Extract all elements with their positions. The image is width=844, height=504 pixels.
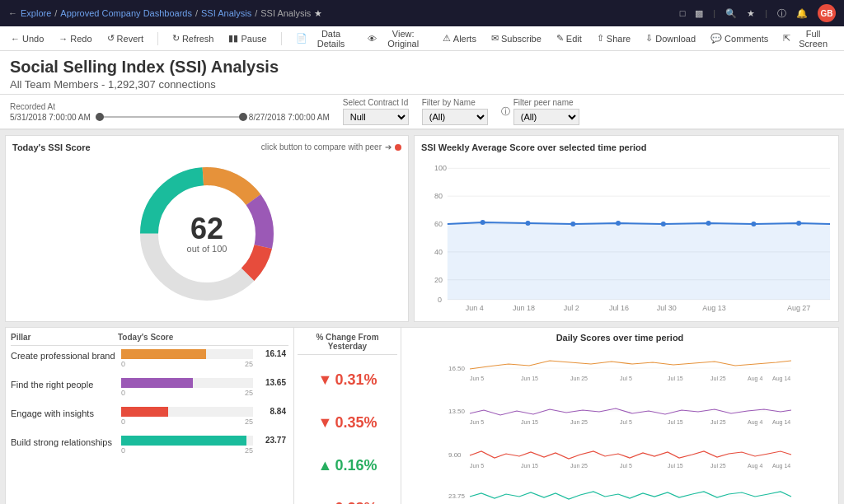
tablet-icon[interactable]: □ (680, 8, 686, 18)
svg-text:Jun 25: Jun 25 (570, 463, 588, 469)
svg-text:Jun 15: Jun 15 (521, 419, 538, 425)
svg-text:Jul 5: Jul 5 (620, 419, 632, 425)
bell-icon[interactable]: 🔔 (796, 8, 808, 19)
bar-relationships (121, 436, 246, 446)
pause-button[interactable]: ▮▮ Pause (224, 31, 270, 45)
svg-text:9.00: 9.00 (448, 451, 462, 459)
pillars-section: Pillar Today's Score Create professional… (6, 328, 294, 504)
svg-text:Jun 5: Jun 5 (470, 463, 484, 469)
separator2 (281, 32, 282, 45)
help-icon[interactable]: ⓘ (777, 7, 786, 20)
star-icon[interactable]: ★ (314, 8, 322, 19)
arrow-people (318, 414, 333, 432)
undo-button[interactable]: ← Undo (7, 32, 48, 45)
peer-info: click button to compare with peer ➔ (261, 142, 401, 152)
breadcrumb-current: SSI Analysis (260, 8, 311, 18)
slider-track[interactable] (96, 116, 244, 118)
slider-thumb-left[interactable] (96, 113, 104, 121)
search-icon[interactable]: 🔍 (725, 8, 737, 19)
subscribe-button[interactable]: ✉ Subscribe (487, 31, 546, 45)
ssi-score-value: 62 (190, 214, 223, 244)
svg-text:Jun 4: Jun 4 (466, 304, 484, 312)
breadcrumb: ← Explore / Approved Company Dashboards … (8, 8, 675, 19)
svg-text:80: 80 (434, 192, 443, 200)
alerts-button[interactable]: ⚠ Alerts (438, 31, 481, 45)
page-title: Social Selling Index (SSI) Analysis (10, 58, 834, 77)
svg-text:Jul 15: Jul 15 (668, 376, 683, 381)
bookmark-icon[interactable]: ▩ (695, 8, 703, 19)
svg-text:Jun 5: Jun 5 (470, 419, 484, 425)
download-button[interactable]: ⇩ Download (641, 31, 700, 45)
svg-text:Jun 25: Jun 25 (570, 376, 588, 381)
svg-text:0: 0 (438, 296, 442, 304)
score-insights: 8.84 (270, 407, 286, 416)
data-details-button[interactable]: 📄 Data Details (292, 27, 357, 50)
full-screen-button[interactable]: ⇱ Full Screen (779, 27, 837, 50)
chart-fill-area (448, 222, 830, 300)
favorite-icon[interactable]: ★ (747, 8, 755, 19)
bar-insights (121, 407, 168, 417)
contract-id-filter: Select Contract Id Null (343, 98, 409, 125)
daily-chart-svg: 16.50 Jun 5 Jun 15 Jun 25 Jul 5 Jul 15 J… (406, 346, 833, 504)
separator (157, 32, 158, 45)
daily-line-relationships (470, 492, 791, 499)
refresh-button[interactable]: ↻ Refresh (168, 31, 218, 45)
header-section: Social Selling Index (SSI) Analysis All … (0, 51, 844, 95)
score-relationships: 23.77 (265, 436, 286, 445)
change-header: % Change From Yesterday (298, 333, 397, 355)
slider-range (96, 116, 244, 118)
svg-text:Aug 14: Aug 14 (772, 463, 790, 469)
back-icon[interactable]: ← (8, 8, 17, 18)
filter-name-select[interactable]: (All) (422, 109, 488, 125)
comments-button[interactable]: 💬 Comments (706, 31, 772, 45)
slider-thumb-right[interactable] (239, 113, 247, 121)
bar-people (121, 378, 193, 388)
share-button[interactable]: ⇧ Share (593, 31, 635, 45)
svg-text:Jun 25: Jun 25 (570, 419, 588, 425)
svg-text:Jun 5: Jun 5 (470, 376, 484, 381)
page-subtitle: All Team Members - 1,292,307 connections (10, 78, 834, 91)
breadcrumb-dashboards[interactable]: Approved Company Dashboards (60, 8, 192, 18)
svg-text:Jun 15: Jun 15 (521, 376, 538, 381)
date-end: 8/27/2018 7:00:00 AM (249, 113, 330, 122)
change-val-brand: 0.31% (318, 371, 377, 389)
svg-text:Jul 15: Jul 15 (668, 463, 683, 469)
svg-text:40: 40 (434, 248, 443, 256)
donut-center: 62 out of 100 (187, 214, 227, 254)
svg-text:Jul 15: Jul 15 (668, 419, 683, 425)
edit-button[interactable]: ✎ Edit (552, 31, 586, 45)
filter-bar: Recorded At 5/31/2018 7:00:00 AM 8/27/20… (0, 95, 844, 130)
redo-button[interactable]: → Redo (54, 32, 96, 45)
change-section: % Change From Yesterday 0.31% 0.35% 0.16… (294, 328, 401, 504)
arrow-insights (318, 457, 333, 474)
score-col-header: Today's Score (118, 333, 288, 342)
bottom-row: Pillar Today's Score Create professional… (5, 327, 839, 504)
breadcrumb-ssi[interactable]: SSI Analysis (201, 8, 251, 18)
pillar-row-relationships: Build strong relationships 23.77 0 25 (11, 436, 288, 455)
breadcrumb-explore[interactable]: Explore (21, 8, 51, 18)
revert-button[interactable]: ↺ Revert (103, 31, 148, 45)
pillar-name-relationships: Build strong relationships (11, 436, 116, 447)
contract-id-select[interactable]: Null (343, 109, 409, 125)
weekly-chart-card: SSI Weekly Average Score over selected t… (414, 135, 839, 322)
svg-text:Aug 14: Aug 14 (772, 376, 790, 382)
svg-text:20: 20 (434, 276, 443, 284)
avatar[interactable]: GB (818, 4, 836, 22)
nav-icons: □ ▩ | 🔍 ★ | ⓘ 🔔 GB (680, 4, 836, 22)
svg-point-20 (616, 221, 621, 226)
daily-line-people (470, 408, 791, 415)
toolbar: ← Undo → Redo ↺ Revert ↻ Refresh ▮▮ Paus… (0, 26, 844, 51)
recorded-at-label: Recorded At (10, 102, 330, 111)
svg-text:16.50: 16.50 (448, 365, 466, 372)
view-original-button[interactable]: 👁 View: Original (363, 27, 432, 50)
svg-text:13.50: 13.50 (448, 408, 466, 415)
top-nav: ← Explore / Approved Company Dashboards … (0, 0, 844, 26)
svg-point-18 (525, 221, 530, 226)
pillar-col-header: Pillar (11, 333, 118, 342)
change-relationships: 0.28% (298, 487, 397, 504)
peer-compare-icon[interactable]: ➔ (385, 142, 392, 152)
filter-peer-select[interactable]: (All) (513, 109, 579, 125)
recorded-at-filter: Recorded At 5/31/2018 7:00:00 AM 8/27/20… (10, 102, 330, 122)
peer-note-text: click button to compare with peer (261, 142, 382, 152)
filter-peer-label: Filter peer name (513, 98, 579, 107)
